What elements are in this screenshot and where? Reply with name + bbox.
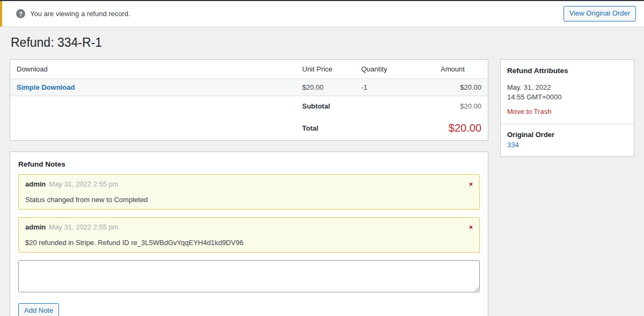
refund-notice-bar: ? You are viewing a refund record. View … [0, 1, 644, 27]
note-author: admin [25, 180, 46, 188]
note-date: May 31, 2022 2:55 pm [49, 180, 118, 188]
refund-items-box: Download Unit Price Quantity Amount Simp… [10, 59, 488, 141]
subtotal-row: Subtotal $20.00 [10, 96, 488, 116]
help-icon: ? [16, 9, 25, 18]
delete-note-icon[interactable]: × [469, 224, 473, 231]
quantity-value: -1 [355, 78, 434, 96]
column-amount: Amount [434, 60, 488, 79]
refund-notes-title: Refund Notes [10, 152, 488, 174]
column-quantity: Quantity [355, 60, 434, 79]
note-date: May 31, 2022 2:55 pm [49, 223, 118, 231]
table-header-row: Download Unit Price Quantity Amount [10, 60, 488, 79]
amount-value: $20.00 [434, 78, 488, 96]
note-item: admin May 31, 2022 2:55 pm × $20 refunde… [18, 217, 480, 253]
column-unit-price: Unit Price [296, 60, 355, 79]
refund-attributes-title: Refund Attributes [507, 67, 627, 75]
note-body: Status changed from new to Completed [25, 196, 473, 204]
refund-time: 14:55 GMT+0000 [507, 92, 627, 102]
unit-price-value: $20.00 [296, 78, 355, 96]
refund-notes-box: Refund Notes admin May 31, 2022 2:55 pm … [10, 152, 488, 316]
original-order-link[interactable]: 334 [507, 141, 519, 149]
note-item: admin May 31, 2022 2:55 pm × Status chan… [18, 174, 480, 210]
note-author: admin [25, 223, 46, 231]
original-order-label: Original Order [507, 131, 627, 139]
note-body: $20 refunded in Stripe. Refund ID re_3L5… [25, 239, 473, 247]
total-value: $20.00 [434, 116, 488, 140]
notice-text: You are viewing a refund record. [30, 10, 130, 18]
refund-date: May. 31, 2022 [507, 83, 627, 92]
subtotal-label: Subtotal [296, 96, 355, 116]
table-row: Simple Download $20.00 -1 $20.00 [10, 78, 488, 96]
column-download: Download [10, 60, 296, 79]
total-row: Total $20.00 [10, 116, 488, 140]
refund-attributes-box: Refund Attributes May. 31, 2022 14:55 GM… [500, 59, 634, 157]
page-title: Refund: 334-R-1 [11, 35, 634, 51]
refund-items-table: Download Unit Price Quantity Amount Simp… [10, 60, 488, 140]
add-note-button[interactable]: Add Note [18, 303, 59, 316]
move-to-trash-link[interactable]: Move to Trash [507, 107, 551, 116]
download-link[interactable]: Simple Download [17, 83, 75, 91]
note-input[interactable] [18, 260, 480, 292]
total-label: Total [296, 116, 355, 140]
subtotal-value: $20.00 [434, 96, 488, 116]
page-content: Refund: 334-R-1 Download Unit Price Quan… [0, 27, 644, 316]
delete-note-icon[interactable]: × [469, 181, 473, 188]
view-original-order-button[interactable]: View Original Order [564, 6, 636, 21]
